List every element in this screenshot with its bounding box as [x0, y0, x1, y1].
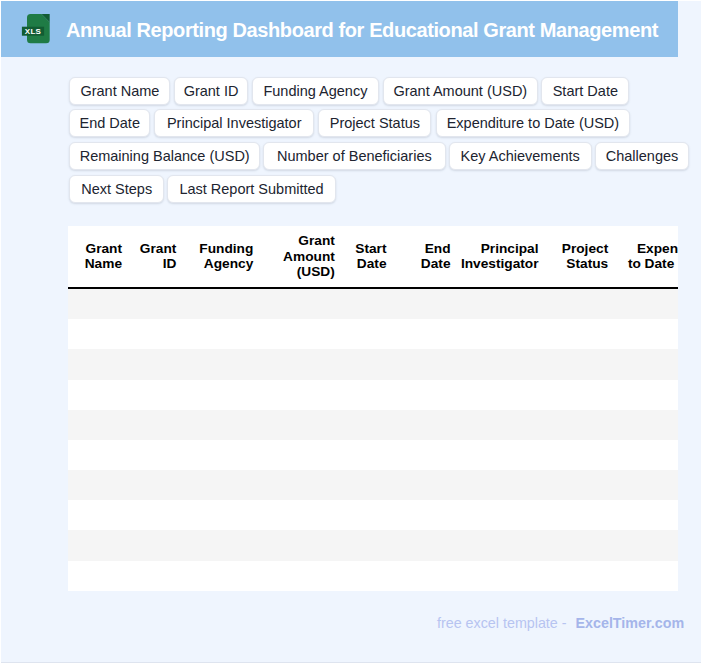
svg-text:XLS: XLS: [25, 27, 42, 36]
